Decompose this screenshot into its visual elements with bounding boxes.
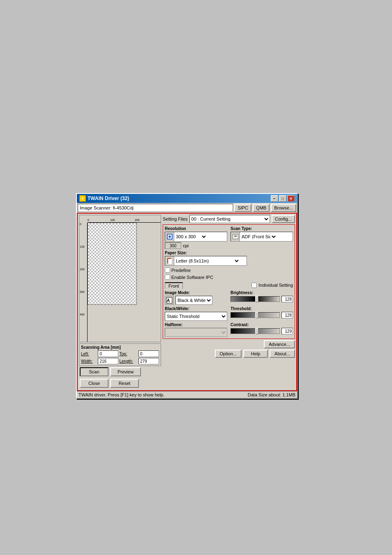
brightness-label: Brightness: xyxy=(231,290,293,295)
main-section: 0 100 200 0 100 200 300 400 xyxy=(77,213,297,391)
threshold-slider-row: 128 xyxy=(231,312,293,318)
predefine-checkbox[interactable] xyxy=(165,267,170,273)
individual-setting-row: Individual Setting xyxy=(251,283,293,288)
help-button[interactable]: Help xyxy=(243,350,268,358)
brightness-slider-thumb[interactable] xyxy=(255,296,258,302)
papersize-select[interactable]: Letter (8.5x11in) xyxy=(174,256,240,265)
sipc-button[interactable]: SIPC xyxy=(234,204,251,212)
status-right: Data Size about: 1.1MB xyxy=(248,392,295,397)
window-title: TWAIN Driver (32) xyxy=(88,196,129,201)
enable-ipc-checkbox[interactable] xyxy=(165,274,170,280)
imagemode-label: Image Mode: xyxy=(165,290,227,295)
length-label: Length: xyxy=(119,359,138,364)
contrast-slider-track[interactable] xyxy=(231,328,280,334)
papersize-label: Paper Size: xyxy=(165,251,293,255)
maximize-button[interactable]: □ xyxy=(279,195,286,202)
contrast-slider-row: 129 xyxy=(231,328,293,334)
ruler-tick-0: 0 xyxy=(88,219,89,221)
svg-rect-8 xyxy=(168,259,172,264)
individual-setting-checkbox[interactable] xyxy=(251,283,257,288)
imagemode-select[interactable]: Black & White xyxy=(175,296,212,305)
setting-files-label: Setting Files xyxy=(163,216,188,221)
status-bar: TWAIN driver. Press [F1] key to show hel… xyxy=(77,391,297,398)
scantype-select-row: ADF (Front Side) xyxy=(231,232,293,242)
top-label: Top: xyxy=(119,352,138,356)
imagemode-icon: A xyxy=(165,296,174,305)
cpi-label: cpi xyxy=(183,243,189,248)
top-input[interactable] xyxy=(138,350,159,357)
front-individual-row: Front Individual Setting xyxy=(165,281,293,289)
contrast-label: Contrast: xyxy=(231,322,293,327)
status-left: TWAIN driver. Press [F1] key to show hel… xyxy=(78,392,164,397)
svg-point-2 xyxy=(168,235,171,238)
predefine-label[interactable]: Predefine xyxy=(165,267,191,273)
scantype-col: Scan Type: ADF (Front Side) xyxy=(231,226,293,249)
minimize-button[interactable]: − xyxy=(271,195,278,202)
left-input[interactable] xyxy=(98,350,118,357)
width-input[interactable] xyxy=(98,358,118,364)
setting-files-select[interactable]: 00 : Current Setting xyxy=(189,215,270,223)
ruler-vtick-100: 100 xyxy=(80,245,85,248)
ruler-vtick-300: 300 xyxy=(80,290,85,293)
qmb-button[interactable]: QMB xyxy=(253,204,270,212)
scantype-icon xyxy=(231,232,240,241)
contrast-value: 129 xyxy=(281,328,293,334)
enable-ipc-label[interactable]: Enable Software IPC xyxy=(165,274,213,280)
cpi-input[interactable] xyxy=(165,242,181,249)
bw-threshold-row: Black/White: Static Threshold Threshold: xyxy=(165,306,293,321)
scantype-select[interactable]: ADF (Front Side) xyxy=(240,232,277,241)
bw-label: Black/White: xyxy=(165,306,227,311)
length-input[interactable] xyxy=(138,358,159,364)
brightness-value: 128 xyxy=(281,296,293,302)
ruler-vtick-0: 0 xyxy=(80,223,81,226)
brightness-slider-row: 128 xyxy=(231,296,293,302)
enable-ipc-row: Enable Software IPC xyxy=(165,274,293,280)
tabs-row: Front xyxy=(165,282,183,289)
preview-area: 0 100 200 0 100 200 300 400 xyxy=(79,215,161,342)
halftone-contrast-row: Halftone: Contrast: 129 xyxy=(165,322,293,337)
close-window-button[interactable]: × xyxy=(287,195,295,202)
reset-button[interactable]: Reset xyxy=(110,379,139,388)
help-row: Option... Help About... xyxy=(163,350,295,358)
title-bar-left: T TWAIN Driver (32) xyxy=(79,195,129,202)
predefine-row: Predefine xyxy=(165,267,293,273)
scan-preview-area xyxy=(88,223,137,305)
resolution-select[interactable]: 300 x 300 xyxy=(174,232,207,241)
advance-button[interactable]: Advance... xyxy=(264,340,295,348)
scan-button[interactable]: Scan xyxy=(80,367,108,376)
scantype-label: Scan Type: xyxy=(231,226,293,231)
halftone-label: Halftone: xyxy=(165,322,227,327)
bw-select[interactable]: Static Threshold xyxy=(165,312,227,321)
contrast-slider-thumb[interactable] xyxy=(255,328,258,334)
front-tab[interactable]: Front xyxy=(165,282,183,289)
preview-button[interactable]: Preview xyxy=(110,367,141,376)
width-label: Width: xyxy=(81,359,97,364)
halftone-select xyxy=(165,328,227,337)
threshold-slider-track[interactable] xyxy=(231,312,280,318)
right-bottom-buttons: Advance... Option... Help About... xyxy=(163,340,295,358)
title-bar-buttons: − □ × xyxy=(271,195,295,202)
halftone-col: Halftone: xyxy=(165,322,227,337)
left-label: Left: xyxy=(81,352,97,356)
title-bar: T TWAIN Driver (32) − □ × xyxy=(77,194,297,203)
twain-driver-window: T TWAIN Driver (32) − □ × Image Scanner:… xyxy=(76,193,298,399)
config-button[interactable]: Config... xyxy=(272,215,295,223)
ruler-vtick-400: 400 xyxy=(80,313,85,316)
scan-action-buttons: Scan Preview xyxy=(79,366,161,378)
resolution-label: Resolution xyxy=(165,226,227,231)
brightness-col: Brightness: 128 xyxy=(231,290,293,305)
browse-button[interactable]: Browse... xyxy=(271,204,296,212)
scanning-area-title: Scanning Area [mm] xyxy=(81,345,159,350)
threshold-slider-thumb[interactable] xyxy=(255,312,258,318)
close-button[interactable]: Close xyxy=(80,379,108,388)
advance-row: Advance... xyxy=(163,340,295,348)
window-content: Image Scanner: fi-4530Cdj SIPC QMB Brows… xyxy=(77,203,297,398)
individual-setting-label: Individual Setting xyxy=(258,283,293,288)
brightness-slider-track[interactable] xyxy=(231,296,280,302)
papersize-icon xyxy=(165,256,174,265)
scanner-name: Image Scanner: fi-4530Cdj xyxy=(78,204,233,212)
about-button[interactable]: About... xyxy=(270,350,295,358)
option-button[interactable]: Option... xyxy=(215,350,242,358)
inner-settings: Resolution 300 x 300 xyxy=(163,224,295,339)
papersize-row: Paper Size: Letter (8.5x11in) xyxy=(165,251,293,266)
